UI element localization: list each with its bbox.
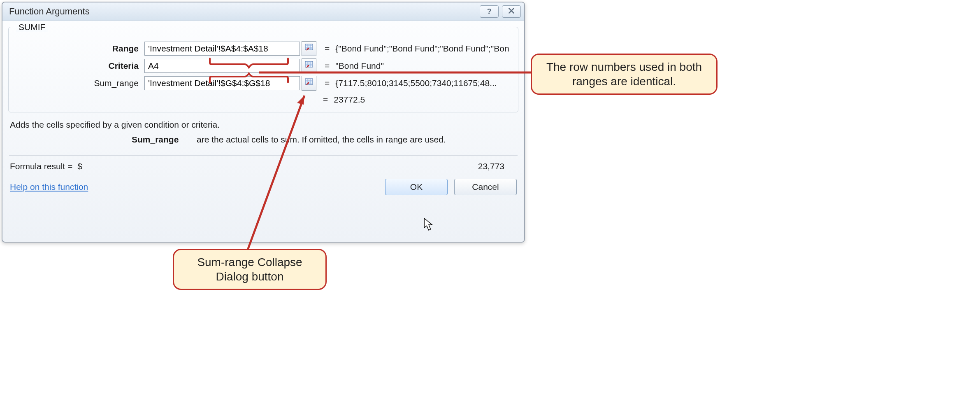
- sumrange-preview: {7117.5;8010;3145;5500;7340;11675;48...: [335, 78, 497, 88]
- arg-row-criteria: Criteria = "Bond Fund": [15, 58, 511, 73]
- separator: [9, 155, 518, 156]
- sumrange-input[interactable]: [144, 76, 300, 90]
- range-input[interactable]: [144, 42, 300, 56]
- collapse-dialog-icon: [305, 78, 313, 89]
- dialog-title: Function Arguments: [9, 6, 480, 17]
- formula-result-currency: $: [77, 161, 82, 171]
- argument-detail-name: Sum_range: [132, 135, 197, 145]
- callout-identical-rows: The row numbers used in both ranges are …: [531, 54, 718, 95]
- help-button[interactable]: ?: [480, 5, 499, 18]
- argument-detail-text: are the actual cells to sum. If omitted,…: [197, 135, 446, 145]
- arg-row-sumrange: Sum_range = {7117.5;8010;3145;5500;7340;…: [15, 76, 511, 91]
- close-icon: [508, 7, 515, 16]
- criteria-preview: "Bond Fund": [335, 61, 384, 71]
- formula-result-row: Formula result = $ 23,773: [10, 161, 517, 171]
- equals-sign: =: [325, 78, 330, 88]
- help-link[interactable]: Help on this function: [10, 182, 88, 192]
- titlebar[interactable]: Function Arguments ?: [2, 2, 524, 21]
- overall-result: = 23772.5: [323, 95, 511, 105]
- help-icon: ?: [487, 7, 492, 16]
- equals-sign: =: [323, 95, 328, 105]
- overall-result-value: 23772.5: [334, 95, 365, 105]
- criteria-input[interactable]: [144, 59, 300, 73]
- collapse-dialog-icon: [305, 61, 313, 71]
- function-description: Adds the cells specified by a given cond…: [10, 120, 517, 130]
- ok-button[interactable]: OK: [385, 179, 448, 195]
- formula-result-value: 23,773: [478, 161, 504, 171]
- callout-collapse-button: Sum-range Collapse Dialog button: [173, 249, 327, 290]
- arg-row-range: Range = {"Bond Fund";"Bond Fund";"Bond F…: [15, 41, 511, 56]
- range-preview: {"Bond Fund";"Bond Fund";"Bond Fund";"Bo…: [335, 44, 509, 54]
- arg-label-sumrange: Sum_range: [15, 78, 144, 88]
- arg-label-criteria: Criteria: [15, 61, 144, 71]
- equals-sign: =: [325, 44, 330, 54]
- arg-label-range: Range: [15, 44, 144, 54]
- cancel-button-label: Cancel: [472, 182, 499, 192]
- close-button[interactable]: [502, 5, 521, 18]
- collapse-dialog-icon: [305, 44, 313, 54]
- function-arguments-dialog: Function Arguments ? SUMIF Range: [2, 2, 525, 243]
- criteria-collapse-button[interactable]: [302, 58, 316, 73]
- formula-result-label: Formula result =: [10, 161, 72, 171]
- argument-group: SUMIF Range = {"Bond Fund";"Bond Fund";"…: [8, 27, 518, 112]
- cancel-button[interactable]: Cancel: [454, 179, 517, 195]
- function-name: SUMIF: [16, 22, 48, 32]
- argument-detail: Sum_range are the actual cells to sum. I…: [132, 135, 518, 145]
- range-collapse-button[interactable]: [302, 41, 316, 56]
- equals-sign: =: [325, 61, 330, 71]
- sumrange-collapse-button[interactable]: [302, 76, 316, 91]
- ok-button-label: OK: [410, 182, 423, 192]
